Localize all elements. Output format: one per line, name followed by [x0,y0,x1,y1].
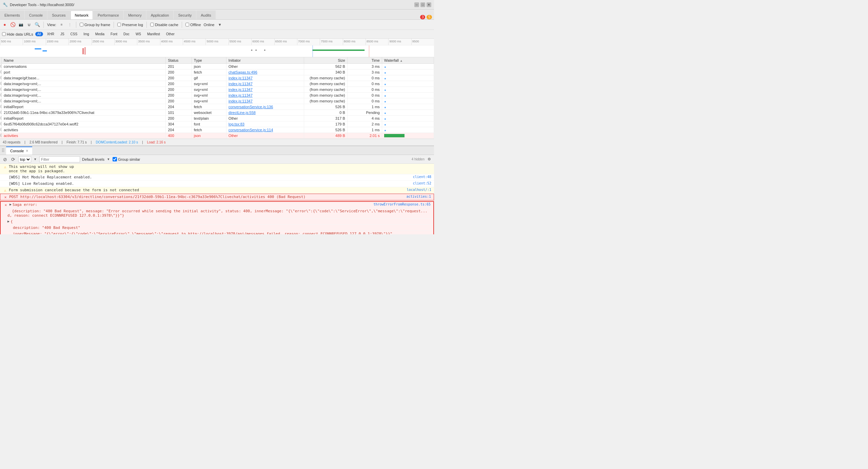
console-tab-close[interactable]: × [26,149,28,153]
ruler-mark: 9000 ms [388,39,411,45]
table-row[interactable]: activities 204 fetch conversationService… [0,127,434,133]
devtools-tabbar: Elements Console Sources Network Perform… [0,9,434,20]
console-levels-dropdown[interactable]: ▾ [106,157,111,162]
filter-tag-xhr[interactable]: XHR [45,32,56,36]
tab-security[interactable]: Security [174,11,196,19]
initiator-link[interactable]: index.js:11347 [229,87,253,92]
view-screenshots-button[interactable]: ⋮ [67,22,73,27]
group-by-frame-label[interactable]: Group by frame [80,23,110,27]
tab-console[interactable]: Console [25,11,47,19]
table-row[interactable]: activities 400 json Other 489 B 2.01 s [0,133,434,139]
filter-tag-img[interactable]: Img [81,32,91,36]
expand-arrow[interactable]: ▶ [9,202,12,206]
console-dropdown-arrow[interactable]: ▾ [33,157,37,162]
filter-tag-all[interactable]: All [35,32,43,36]
initiator-link[interactable]: conversationService.js:114 [229,128,273,132]
console-source[interactable]: activities:1 [407,195,431,198]
preserve-log-checkbox[interactable] [117,23,121,26]
console-source[interactable]: localhost/:1 [407,188,431,192]
table-row[interactable]: data:image/svg+xml;... 200 svg+xml index… [0,87,434,93]
table-row[interactable]: port 200 fetch chatSagas.ts:496 340 B 3 … [0,70,434,75]
camera-button[interactable]: 📷 [18,22,24,27]
tab-network[interactable]: Network [71,11,93,19]
tab-memory[interactable]: Memory [124,11,146,19]
status-header[interactable]: Status [166,57,192,64]
maximize-button[interactable]: □ [420,2,425,7]
clear-button[interactable]: 🚫 [10,22,16,27]
initiator-link[interactable]: conversationService.js:136 [229,105,273,109]
type-header[interactable]: Type [192,57,226,64]
table-row[interactable]: conversations 201 json Other 562 B 3 ms [0,64,434,70]
waterfall-header[interactable]: Waterfall ▲ [382,57,434,64]
hide-data-urls-checkbox[interactable] [2,32,6,36]
initiator-link[interactable]: index.js:11347 [229,76,253,80]
table-row[interactable]: initialReport 204 fetch conversationServ… [0,104,434,110]
initiator-link[interactable]: index.js:11347 [229,99,253,103]
table-row[interactable]: initialReport 200 text/plain Other 317 B… [0,116,434,121]
initiator-link[interactable]: index.js:11347 [229,82,253,86]
row-size: (from memory cache) [304,81,348,87]
console-source[interactable]: client:52 [413,181,431,185]
expand-arrow[interactable]: ▶ [7,219,9,223]
filter-tag-other[interactable]: Other [164,32,177,36]
initiator-header[interactable]: Initiator [226,57,304,64]
console-context-select[interactable]: top [18,156,31,162]
row-name: data:image/svg+xml;... [2,81,166,87]
initiator-link[interactable]: chatSagas.ts:496 [229,70,257,74]
offline-checkbox[interactable] [185,23,189,26]
search-button[interactable]: 🔍 [35,22,40,27]
hide-data-urls-label[interactable]: Hide data URLs [2,32,33,36]
table-row[interactable]: data:image/gif;base... 200 gif index.js:… [0,75,434,81]
table-row[interactable]: data:image/svg+xml;... 200 svg+xml index… [0,81,434,87]
console-filter-input[interactable] [39,156,80,162]
filter-tag-css[interactable]: CSS [68,32,80,36]
name-header[interactable]: Name [2,57,166,64]
view-list-button[interactable]: ≡ [59,22,64,27]
table-row[interactable]: data:image/svg+xml;... 200 svg+xml index… [0,98,434,104]
record-button[interactable]: ● [2,22,7,27]
table-row[interactable]: 6ed57f64b08d908c62dcca347127e0e4.woff2 3… [0,121,434,127]
filter-toggle-button[interactable]: ⊌ [26,22,32,27]
time-header[interactable]: Time [347,57,382,64]
console-pause-button[interactable]: ⟳ [10,156,16,162]
console-clear-button[interactable]: ⊘ [2,156,8,162]
tab-console-panel[interactable]: Console × [6,146,32,155]
filter-tag-ws[interactable]: WS [134,32,143,36]
table-row[interactable]: 21f32dd0-59b1-11ea-94bc-c3679a33e906%7Cl… [0,110,434,116]
filter-tag-manifest[interactable]: Manifest [145,32,162,36]
group-similar-checkbox[interactable] [113,157,117,161]
preserve-log-label[interactable]: Preserve log [117,23,143,27]
tab-application[interactable]: Application [146,11,174,19]
minimize-button[interactable]: ─ [414,2,419,7]
disable-cache-checkbox[interactable] [150,23,154,26]
group-similar-label[interactable]: Group similar [113,157,140,161]
offline-label[interactable]: Offline [185,23,201,27]
filter-tag-media[interactable]: Media [93,32,106,36]
row-checkbox-cell [0,121,2,127]
tab-audits[interactable]: Audits [196,11,216,19]
initiator-link[interactable]: index.js:11347 [229,93,253,97]
ruler-mark: 7000 ms [297,39,320,45]
disable-cache-label[interactable]: Disable cache [150,23,178,27]
close-button[interactable]: ✕ [427,2,431,7]
waterfall-dot [384,107,386,108]
initiator-link[interactable]: directLine.js:558 [229,111,256,115]
console-settings-icon[interactable]: ⚙ [427,157,432,162]
svg-rect-1 [42,50,47,52]
tab-elements[interactable]: Elements [0,11,24,19]
filter-tag-font[interactable]: Font [108,32,119,36]
tab-performance[interactable]: Performance [93,11,123,19]
svg-rect-3 [85,47,86,55]
tab-sources[interactable]: Sources [47,11,70,19]
size-header[interactable]: Size [304,57,348,64]
filter-tag-js[interactable]: JS [58,32,66,36]
ruler-mark: 4000 ms [160,39,183,45]
ruler-mark: 7500 ms [320,39,342,45]
table-row[interactable]: data:image/svg+xml;... 200 svg+xml index… [0,93,434,98]
initiator-link[interactable]: log.tsx:83 [229,122,244,126]
group-by-frame-checkbox[interactable] [80,23,83,26]
console-source[interactable]: client:48 [413,175,431,179]
network-throttle-dropdown[interactable]: ▾ [217,22,222,27]
console-source[interactable]: throwErrorFromResponse.ts:65 [373,202,431,206]
filter-tag-doc[interactable]: Doc [121,32,132,36]
